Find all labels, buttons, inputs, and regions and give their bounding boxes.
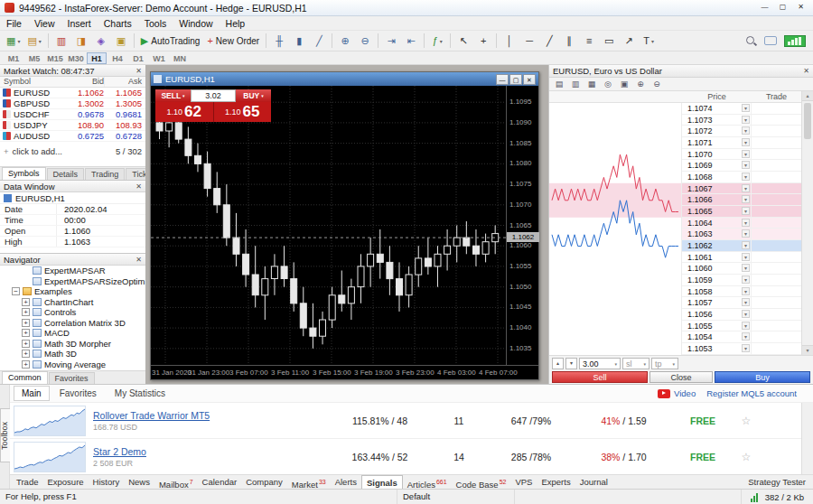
video-link[interactable]: Video [658,388,696,398]
dom-price-cell[interactable]: 1.1066▾ [682,194,752,205]
dom-price-cell[interactable]: 1.1074▾ [682,103,752,114]
signal-row[interactable]: Rollover Trade Warrior MT5168.78 USD115.… [10,403,801,439]
line-chart-button[interactable]: ╱ [310,33,328,50]
menu-help[interactable]: Help [220,16,252,31]
timeframe-m15[interactable]: M15 [45,52,65,64]
favorite-star-icon[interactable]: ☆ [734,451,758,463]
maximize-button[interactable]: ▢ [775,2,790,14]
zoom-in-button[interactable]: ⊕ [336,33,354,50]
dom-price-cell[interactable]: 1.1070▾ [682,149,752,160]
tab-symbols[interactable]: Symbols [2,167,46,180]
dom-trade-cell[interactable] [752,126,801,136]
navigator-item-examples[interactable]: −Examples [0,286,145,297]
dom-trade-cell[interactable] [752,115,801,126]
fibonacci-button[interactable]: ≡ [580,33,598,50]
chart-close-button[interactable]: ✕ [523,74,536,85]
tab-alerts[interactable]: Alerts [331,475,361,489]
dom-buy-button[interactable]: Buy [715,371,810,383]
tab-common[interactable]: Common [2,371,48,384]
navigator-item-correlation-matrix-3d[interactable]: +Correlation Matrix 3D [0,318,145,329]
dom-trade-cell[interactable] [752,309,801,320]
dom-price-cell[interactable]: 1.1069▾ [682,160,752,171]
dom-column-price[interactable]: Price [682,91,752,103]
lot-stepper-down[interactable]: ▾ [565,358,577,369]
horizontal-line-button[interactable]: ─ [520,33,538,50]
dom-trade-cell[interactable] [752,321,801,331]
navigator-item-chartinchart[interactable]: +ChartInChart [0,297,145,308]
timeframe-m1[interactable]: M1 [4,52,23,64]
close-icon[interactable]: ✕ [803,67,809,75]
dom-trade-cell[interactable] [752,263,801,274]
dom-price-cell[interactable]: 1.1060▾ [682,263,752,274]
menu-view[interactable]: View [28,16,61,31]
tab-trade[interactable]: Trade [12,475,42,489]
column-bid[interactable]: Bid [66,77,104,87]
navigator-item-macd[interactable]: +MACD [0,328,145,339]
dom-price-cell[interactable]: 1.1064▾ [682,218,752,229]
navigator-item-controls[interactable]: +Controls [0,307,145,318]
dom-price-cell[interactable]: 1.1067▾ [682,183,752,194]
dom-column-trade[interactable]: Trade [752,91,801,103]
dom-trade-cell[interactable] [752,331,801,342]
dom-price-cell[interactable]: 1.1059▾ [682,275,752,285]
dom-price-cell[interactable]: 1.1068▾ [682,172,752,182]
expand-icon[interactable]: + [22,350,30,358]
tab-trading[interactable]: Trading [85,168,125,180]
dom-trade-cell[interactable] [752,160,801,171]
dom-price-cell[interactable]: 1.1053▾ [682,343,752,354]
dom-trade-cell[interactable] [752,183,801,194]
chart-time-axis[interactable]: 31 Jan 202031 Jan 23:003 Feb 07:003 Feb … [151,365,538,379]
dom-price-cell[interactable]: 1.1065▾ [682,206,752,217]
dom-trade-cell[interactable] [752,252,801,263]
navigator-button[interactable]: ◈ [92,33,110,50]
text-label-button[interactable]: T▾ [640,33,658,50]
dom-sell-button[interactable]: Sell [552,371,648,383]
new-chart-button[interactable]: ▦▾ [4,33,23,50]
signals-tab-main[interactable]: Main [14,386,50,401]
timeframe-h1[interactable]: H1 [87,52,107,64]
close-icon[interactable]: ✕ [136,182,142,191]
lot-input[interactable]: 3.00 ▾ [579,358,621,369]
menu-window[interactable]: Window [173,16,219,31]
crosshair-button[interactable]: + [474,33,492,50]
close-button[interactable]: ✕ [793,2,808,14]
dom-trade-cell[interactable] [752,194,801,205]
data-window-symbol-row[interactable]: EURUSD,H1 [0,192,145,204]
column-symbol[interactable]: Symbol [0,77,66,87]
lot-stepper-up[interactable]: ▴ [552,358,564,369]
dom-trade-cell[interactable] [752,240,801,251]
chart-price-scale[interactable]: 1.10951.10901.10851.10801.10751.10701.10… [506,86,538,365]
navigator-item-moving-average[interactable]: +Moving Average [0,359,145,370]
column-ask[interactable]: Ask [104,77,145,87]
navigator-item-math-3d[interactable]: +Math 3D [0,349,145,359]
dom-one-click-trading-icon[interactable]: ▣ [617,79,631,90]
data-window-button[interactable]: ◨ [72,33,90,50]
tab-market[interactable]: Market33 [287,475,331,489]
chart-window-titlebar[interactable]: EURUSD,H1 — ▢ ✕ [151,72,538,86]
tab-news[interactable]: News [124,475,154,489]
dom-trade-cell[interactable] [752,206,801,217]
favorite-star-icon[interactable]: ☆ [734,415,758,427]
dom-trade-cell[interactable] [752,343,801,354]
tab-details[interactable]: Details [47,168,85,180]
dom-trade-cell[interactable] [752,286,801,297]
signals-tab-my-statistics[interactable]: My Statistics [107,386,173,401]
chart-minimize-button[interactable]: — [496,74,509,85]
tab-articles[interactable]: Articles661 [403,475,452,489]
dom-time-and-sales-icon[interactable]: ▤ [552,79,566,90]
dom-zoom-out-icon[interactable]: ⊖ [649,79,664,90]
tab-experts[interactable]: Experts [537,475,575,489]
signal-price-button[interactable]: FREE [671,452,734,462]
chart-shift-button[interactable]: ⇤ [402,33,420,50]
minimize-button[interactable]: — [757,2,772,14]
vertical-line-button[interactable]: │ [500,33,519,50]
signals-tab-favorites[interactable]: Favorites [51,386,105,401]
tab-vps[interactable]: VPS [510,475,537,489]
signals-scrollbar[interactable] [801,403,813,475]
dom-price-cell[interactable]: 1.1057▾ [682,297,752,308]
dom-trade-cell[interactable] [752,297,801,308]
timeframe-mn[interactable]: MN [170,52,190,64]
sell-button[interactable]: SELL ▾ [155,89,191,102]
scroll-down-icon[interactable]: ▾ [802,345,813,355]
timeframe-m30[interactable]: M30 [66,52,86,64]
